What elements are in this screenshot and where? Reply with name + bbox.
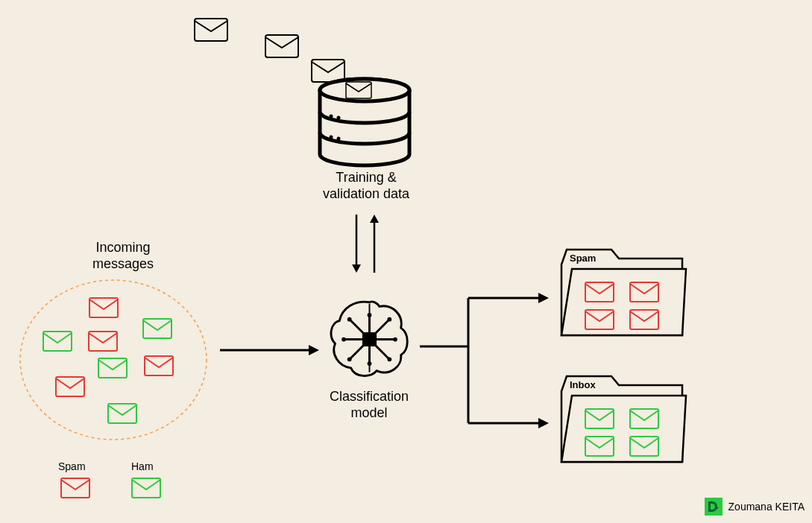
- ham-envelope-icon: [584, 435, 615, 457]
- svg-rect-15: [145, 356, 173, 375]
- svg-rect-52: [630, 409, 658, 428]
- spam-legend-label: Spam: [58, 460, 86, 473]
- ham-envelope-icon: [629, 435, 660, 457]
- spam-envelope-icon: [629, 308, 660, 331]
- envelope-icon: [344, 80, 373, 100]
- svg-rect-17: [43, 332, 72, 351]
- logo-icon: [705, 498, 723, 516]
- spam-envelope-icon: [629, 281, 660, 303]
- split-arrow-icon: [416, 276, 558, 440]
- svg-rect-13: [89, 298, 118, 317]
- svg-point-35: [368, 361, 372, 366]
- attribution: Zoumana KEITA: [705, 498, 805, 516]
- brain-icon: [327, 297, 412, 382]
- classification-model-label: Classification model: [321, 389, 418, 421]
- svg-point-36: [342, 337, 346, 342]
- spam-envelope-icon: [584, 281, 615, 303]
- envelope-icon: [263, 33, 300, 60]
- svg-rect-22: [132, 478, 160, 498]
- svg-rect-19: [98, 358, 127, 378]
- ham-envelope-icon: [130, 477, 162, 499]
- svg-rect-53: [585, 437, 614, 456]
- training-data-label: Training & validation data: [318, 170, 415, 202]
- envelope-icon: [192, 16, 230, 43]
- svg-rect-51: [585, 409, 614, 428]
- svg-point-6: [337, 116, 341, 120]
- ham-envelope-icon: [107, 402, 138, 425]
- svg-rect-54: [630, 437, 658, 456]
- svg-rect-1: [265, 35, 298, 57]
- svg-rect-16: [56, 377, 84, 396]
- svg-point-34: [368, 313, 372, 317]
- svg-point-41: [387, 357, 391, 361]
- spam-envelope-icon: [584, 308, 615, 331]
- incoming-messages-label: Incoming messages: [71, 240, 175, 272]
- svg-rect-21: [61, 478, 89, 498]
- ham-envelope-icon: [42, 330, 73, 352]
- svg-rect-18: [143, 319, 171, 338]
- svg-rect-14: [89, 332, 117, 351]
- svg-point-40: [347, 357, 352, 361]
- ham-envelope-icon: [584, 408, 615, 430]
- svg-rect-49: [585, 310, 614, 329]
- svg-rect-48: [630, 282, 658, 302]
- svg-point-8: [337, 137, 341, 141]
- inbox-folder-label: Inbox: [570, 379, 596, 391]
- arrow-icon: [216, 335, 324, 365]
- svg-rect-47: [585, 282, 614, 302]
- svg-point-37: [393, 337, 397, 342]
- spam-folder-label: Spam: [570, 253, 596, 264]
- spam-envelope-icon: [54, 375, 86, 398]
- author-name: Zoumana KEITA: [728, 501, 805, 513]
- svg-point-5: [330, 115, 333, 118]
- spam-envelope-icon: [60, 477, 91, 499]
- svg-rect-20: [108, 404, 136, 423]
- svg-rect-50: [630, 310, 658, 329]
- ham-legend-label: Ham: [131, 460, 154, 473]
- bidirectional-arrow-icon: [336, 210, 395, 277]
- spam-envelope-icon: [143, 355, 174, 377]
- spam-envelope-icon: [87, 330, 119, 352]
- ham-envelope-icon: [97, 357, 128, 379]
- svg-point-39: [387, 317, 391, 322]
- svg-rect-0: [195, 19, 227, 41]
- svg-point-7: [330, 136, 333, 139]
- ham-envelope-icon: [142, 317, 173, 340]
- spam-envelope-icon: [88, 297, 119, 319]
- svg-point-38: [347, 317, 352, 322]
- svg-rect-9: [346, 82, 371, 98]
- ham-envelope-icon: [629, 408, 660, 430]
